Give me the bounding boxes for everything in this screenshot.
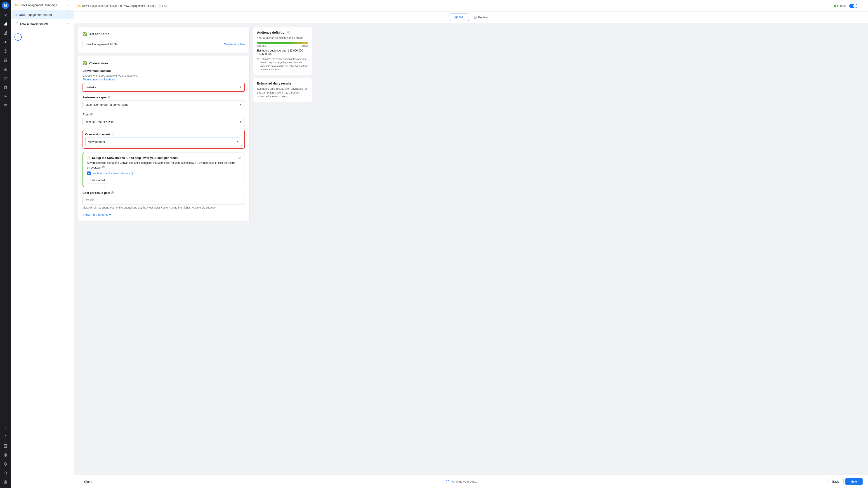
close-sidebar-button[interactable]: ✕: [2, 12, 9, 19]
pixel-chevron-icon: ▼: [239, 120, 242, 123]
campaign-header[interactable]: 📁 New Engagement Campaign ···: [11, 0, 74, 10]
about-conversion-link[interactable]: About conversion locations: [83, 78, 115, 81]
audience-note: ✱ Estimates may vary significantly over …: [257, 57, 308, 71]
nav-settings2-icon[interactable]: [1, 478, 9, 486]
nav-graph-icon[interactable]: [1, 92, 9, 100]
cost-info-icon[interactable]: ⓘ: [111, 191, 114, 195]
top-bar-right: In draft ···: [834, 3, 864, 8]
breadcrumb-ad[interactable]: 📄 1 Ad: [158, 4, 167, 7]
top-more-button[interactable]: ···: [861, 3, 864, 8]
estimated-daily-title: Estimated daily results: [257, 82, 308, 85]
performance-goal-select[interactable]: Maximize number of conversions ▼: [83, 101, 245, 109]
nav-gear-icon[interactable]: [1, 451, 9, 459]
nav-bell-icon[interactable]: [1, 460, 9, 468]
conversion-event-info-icon[interactable]: ⓘ: [111, 132, 114, 136]
nav-invoice-icon[interactable]: [1, 83, 9, 91]
location-chevron-icon: ▼: [239, 86, 242, 89]
performance-goal-info-icon[interactable]: ⓘ: [108, 95, 111, 99]
audience-size: Estimated audience size: 139,000,000 - 1…: [257, 49, 308, 56]
adset-grid-icon: ⊞: [120, 4, 123, 7]
breadcrumb-sep1: ›: [118, 4, 119, 7]
edit-review-bar: Edit Review: [74, 12, 868, 23]
nav-book-icon[interactable]: [1, 442, 9, 450]
nav-question-icon[interactable]: ?: [1, 433, 9, 441]
conversion-location-label: Conversion location: [83, 69, 245, 72]
review-button[interactable]: Review: [469, 14, 492, 21]
ad-more-button[interactable]: ···: [67, 22, 70, 26]
svg-point-25: [5, 482, 6, 483]
audience-size-info-icon[interactable]: ⓘ: [273, 53, 276, 56]
ad-item[interactable]: 📄 New Engagement Ad ···: [11, 19, 74, 28]
sparkle-icon: ✨: [87, 156, 91, 160]
svg-rect-2: [6, 22, 7, 26]
close-button[interactable]: Close: [80, 478, 97, 485]
nav-barchart-icon[interactable]: [1, 65, 9, 73]
estimated-daily-desc: Estimated daily results aren't available…: [257, 87, 308, 98]
audience-bar: [257, 42, 308, 43]
pixel-select[interactable]: Tom DuPree III's Pixel ▼: [83, 118, 245, 126]
main-content: 📁 New Engagement Campaign › ⊞ New Engage…: [74, 0, 868, 488]
nav-people-icon[interactable]: [1, 74, 9, 82]
draft-dot: [834, 5, 836, 7]
cost-input[interactable]: [83, 196, 245, 204]
conversion-location-select[interactable]: Website ▼: [83, 83, 245, 92]
nav-search-icon[interactable]: [1, 469, 9, 477]
right-sidebar: Audience definition ⓘ Your audience sele…: [253, 27, 312, 471]
ad-set-label: New Engagement Ad Set: [19, 13, 52, 17]
svg-point-3: [5, 41, 6, 42]
icon-sidebar: M ✕ ○ ?: [0, 0, 11, 488]
nav-grid-icon[interactable]: [1, 56, 9, 64]
campaign-folder-icon: 📁: [78, 4, 81, 7]
breadcrumb: 📁 New Engagement Campaign › ⊞ New Engage…: [78, 4, 167, 7]
ad-label: New Engagement Ad: [20, 22, 48, 25]
banner-content: ✨ Set up the Conversions API to help low…: [87, 156, 235, 184]
breadcrumb-adset[interactable]: ⊞ New Engagement Ad Set: [120, 4, 154, 7]
nav-person-icon[interactable]: [1, 38, 9, 46]
nav-menu-icon[interactable]: [1, 101, 9, 109]
conversion-event-select[interactable]: View content ▼: [85, 138, 242, 146]
svg-rect-8: [6, 60, 7, 61]
ad-set-item[interactable]: ⊞ New Engagement Ad Set ···: [11, 10, 74, 19]
show-more-button[interactable]: Show more options ▼: [83, 213, 245, 217]
svg-point-23: [4, 472, 6, 474]
campaign-more-button[interactable]: ···: [67, 3, 70, 7]
nav-pencil-icon[interactable]: [1, 29, 9, 37]
svg-point-14: [6, 77, 6, 78]
ad-set-more-button[interactable]: ···: [67, 13, 70, 17]
note-asterisk-icon: ✱: [257, 57, 259, 71]
edit-button[interactable]: Edit: [450, 13, 469, 21]
bottom-right-buttons: Back Next: [828, 478, 863, 485]
bottom-bar: Close Verifying your edits... Back Next: [74, 475, 868, 488]
nav-circle-icon[interactable]: ○: [1, 424, 9, 432]
audience-info-icon[interactable]: ⓘ: [287, 31, 290, 34]
svg-line-24: [6, 474, 7, 475]
draft-toggle[interactable]: [849, 4, 857, 8]
nav-clock-icon[interactable]: [1, 47, 9, 55]
check-icon: ✅: [83, 31, 88, 36]
ad-set-name-input[interactable]: [83, 40, 222, 48]
cost-label: Cost per result goal ⓘ: [83, 191, 245, 195]
audience-definition-card: Audience definition ⓘ Your audience sele…: [253, 27, 312, 75]
performance-goal-chevron-icon: ▼: [239, 103, 242, 106]
nav-chart-icon[interactable]: [1, 20, 9, 28]
svg-rect-6: [6, 59, 7, 60]
create-template-link[interactable]: Create template: [224, 42, 245, 46]
cost-desc: Meta will aim to spend your entire budge…: [83, 206, 245, 210]
video-link[interactable]: ▶ See how it works (2-minute watch): [87, 171, 235, 175]
back-button[interactable]: Back: [828, 478, 844, 485]
performance-goal-label: Performance goal ⓘ: [83, 95, 245, 99]
app-logo: M: [2, 2, 9, 9]
expand-sidebar-button[interactable]: [14, 33, 22, 41]
form-area: ✅ Ad set name Create template ✅ Conversi…: [74, 23, 868, 475]
conversion-section-title: ✅ Conversion: [83, 61, 245, 66]
show-more-chevron-icon: ▼: [108, 213, 112, 217]
next-button[interactable]: Next: [845, 478, 863, 485]
get-started-button[interactable]: Get started: [87, 177, 108, 184]
ad-set-icon: ⊞: [14, 13, 17, 17]
breadcrumb-campaign[interactable]: 📁 New Engagement Campaign: [78, 4, 117, 7]
pixel-info-icon[interactable]: ⓘ: [90, 112, 93, 116]
close-banner-button[interactable]: ✕: [238, 156, 241, 160]
ad-icon: 📄: [14, 22, 18, 25]
campaign-title: 📁 New Engagement Campaign: [14, 3, 57, 7]
conversion-location-row: Conversion location Choose where you wan…: [83, 69, 245, 92]
